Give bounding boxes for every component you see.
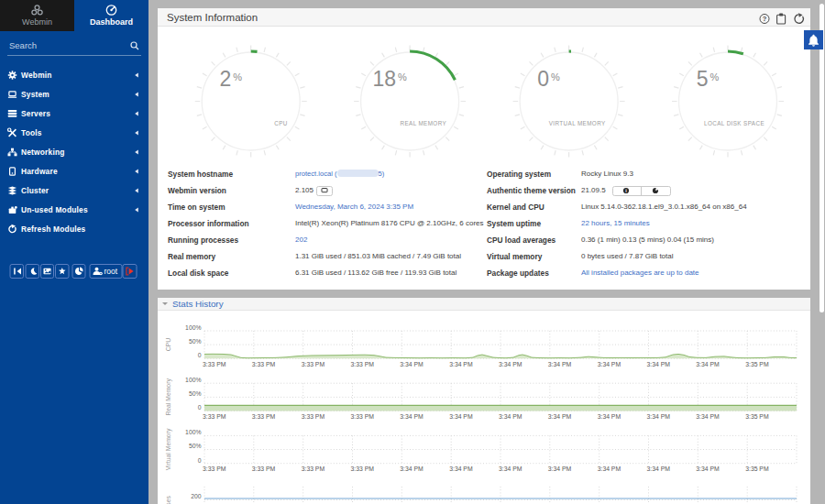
svg-text:3:34 PM: 3:34 PM <box>499 361 522 367</box>
svg-text:3:33 PM: 3:33 PM <box>302 466 325 472</box>
svg-text:3:34 PM: 3:34 PM <box>499 413 522 420</box>
svg-text:50%: 50% <box>189 390 202 397</box>
svg-text:3:34 PM: 3:34 PM <box>696 466 720 472</box>
svg-text:3:34 PM: 3:34 PM <box>598 413 622 420</box>
svg-text:3:33 PM: 3:33 PM <box>252 413 276 420</box>
svg-text:3:34 PM: 3:34 PM <box>598 361 622 367</box>
svg-text:3:33 PM: 3:33 PM <box>252 361 276 367</box>
svg-text:3:34 PM: 3:34 PM <box>400 413 424 420</box>
svg-text:3:33 PM: 3:33 PM <box>351 361 375 367</box>
svg-text:3:34 PM: 3:34 PM <box>400 361 424 367</box>
svg-text:Processes: Processes <box>165 496 171 504</box>
svg-text:200: 200 <box>191 493 202 499</box>
svg-text:0: 0 <box>198 457 202 464</box>
svg-text:3:34 PM: 3:34 PM <box>647 361 671 367</box>
svg-text:3:34 PM: 3:34 PM <box>598 466 622 472</box>
svg-text:3:33 PM: 3:33 PM <box>252 466 276 472</box>
svg-text:3:34 PM: 3:34 PM <box>548 361 572 367</box>
svg-text:3:33 PM: 3:33 PM <box>203 466 226 472</box>
svg-text:3:34 PM: 3:34 PM <box>647 466 671 472</box>
svg-text:CPU: CPU <box>274 120 288 126</box>
svg-text:100%: 100% <box>185 429 201 435</box>
svg-text:3:34 PM: 3:34 PM <box>449 413 473 420</box>
svg-text:50%: 50% <box>189 338 202 345</box>
svg-text:3:34 PM: 3:34 PM <box>548 466 572 472</box>
svg-text:3:35 PM: 3:35 PM <box>745 466 769 472</box>
svg-text:VIRTUAL MEMORY: VIRTUAL MEMORY <box>549 120 606 126</box>
svg-text:3:34 PM: 3:34 PM <box>449 466 473 472</box>
svg-text:3:34 PM: 3:34 PM <box>499 466 522 472</box>
svg-text:3:34 PM: 3:34 PM <box>449 361 473 367</box>
svg-text:root: root <box>104 267 118 276</box>
svg-text:?: ? <box>763 15 767 23</box>
svg-text:CPU: CPU <box>165 338 171 351</box>
svg-text:3:34 PM: 3:34 PM <box>400 466 424 472</box>
svg-text:3:34 PM: 3:34 PM <box>548 413 572 420</box>
svg-text:3:33 PM: 3:33 PM <box>203 361 226 367</box>
svg-text:3:33 PM: 3:33 PM <box>351 466 375 472</box>
svg-text:3:33 PM: 3:33 PM <box>302 361 325 367</box>
svg-text:3:35 PM: 3:35 PM <box>745 413 769 420</box>
svg-text:100%: 100% <box>185 377 201 383</box>
svg-text:Virtual Memory: Virtual Memory <box>165 428 172 470</box>
svg-text:3:33 PM: 3:33 PM <box>203 413 226 420</box>
svg-text:REAL MEMORY: REAL MEMORY <box>401 120 447 126</box>
svg-text:3:34 PM: 3:34 PM <box>696 361 720 367</box>
svg-text:3:34 PM: 3:34 PM <box>647 413 671 420</box>
svg-text:3:33 PM: 3:33 PM <box>302 413 325 420</box>
svg-text:50%: 50% <box>189 443 202 449</box>
svg-text:100%: 100% <box>185 324 201 331</box>
svg-text:3:35 PM: 3:35 PM <box>745 361 769 367</box>
svg-text:Real Memory: Real Memory <box>165 378 172 416</box>
svg-text:0: 0 <box>198 352 202 358</box>
svg-text:3:34 PM: 3:34 PM <box>696 413 720 420</box>
svg-text:LOCAL DISK SPACE: LOCAL DISK SPACE <box>704 120 764 126</box>
svg-text:0: 0 <box>198 404 202 411</box>
svg-text:3:33 PM: 3:33 PM <box>351 413 375 420</box>
